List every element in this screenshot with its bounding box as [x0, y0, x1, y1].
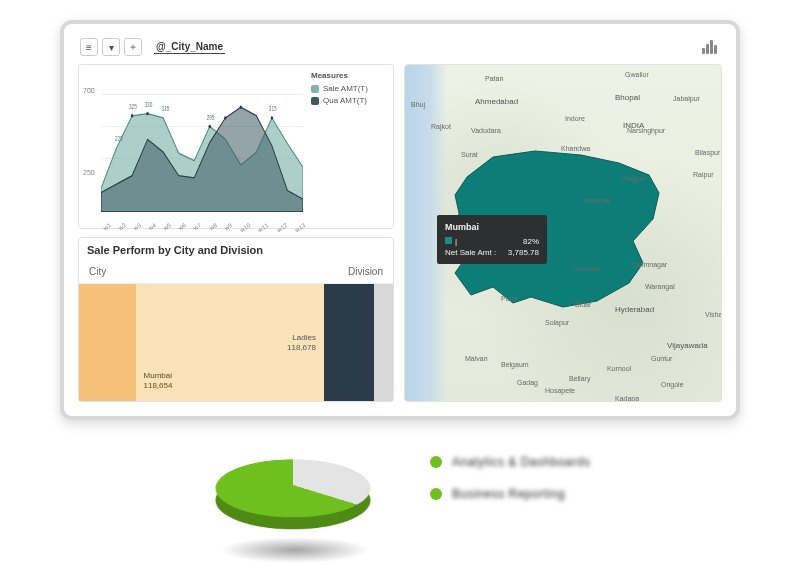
swatch-icon	[311, 97, 319, 105]
dashboard-monitor: ≡ ▾ ＋ @_City_Name 700 250	[60, 20, 740, 420]
x-axis: w1w2w3w4w5w6w7w8w9w10w11w12w13	[101, 222, 303, 228]
svg-text:315: 315	[269, 106, 277, 113]
map-city-label: Solapur	[545, 319, 569, 326]
svg-text:325: 325	[129, 104, 137, 111]
map-city-label: Bhuj	[411, 101, 425, 108]
swatch-icon	[445, 237, 452, 244]
y-tick: 250	[83, 168, 95, 175]
top-toolbar: ≡ ▾ ＋ @_City_Name	[78, 34, 722, 60]
pie-legend-label: Business Reporting	[452, 487, 565, 501]
treemap-cell-label: Ladies 118,678	[287, 333, 316, 353]
area-chart[interactable]: 700 250	[87, 71, 305, 226]
treemap[interactable]: Mumbai 118,654 Ladies 118,678	[79, 284, 393, 401]
treemap-header: City Division	[79, 262, 393, 284]
map-panel[interactable]: PatanBhujAhmedabadVadodaraRajkotSuratMum…	[404, 64, 722, 402]
svg-text:315: 315	[162, 106, 170, 113]
svg-point-6	[209, 125, 211, 128]
svg-point-4	[131, 114, 133, 117]
map-city-label: Pune	[501, 295, 517, 302]
map-city-label: Vijayawada	[667, 341, 708, 350]
map-city-label: Nanded	[575, 265, 600, 272]
filter-icon[interactable]: ▾	[102, 38, 120, 56]
svg-point-7	[271, 116, 273, 119]
map-city-label: Khandwa	[561, 145, 590, 152]
area-chart-card: 700 250	[78, 64, 394, 229]
svg-text:330: 330	[145, 101, 153, 108]
map-city-label: Vishakhapatnam	[705, 311, 722, 318]
svg-text:225: 225	[115, 136, 123, 143]
map-city-label: Gwalior	[625, 71, 649, 78]
pie-legend-item: Business Reporting	[430, 487, 590, 501]
add-icon[interactable]: ＋	[124, 38, 142, 56]
menu-icon[interactable]: ≡	[80, 38, 98, 56]
map-city-label: Bhopal	[615, 93, 640, 102]
pie-legend-label: Analytics & Dashboards	[452, 455, 590, 469]
dot-icon	[430, 488, 442, 500]
map-city-label: Gadag	[517, 379, 538, 386]
map-city-label: Raipur	[693, 171, 714, 178]
map-city-label: Bidar	[575, 301, 591, 308]
performance-card: Sale Perform by City and Division City D…	[78, 237, 394, 402]
card-title: Sale Perform by City and Division	[79, 238, 393, 262]
map-city-label: Narsinghpur	[627, 127, 665, 134]
map-city-label: Nagpur	[623, 175, 646, 182]
pie-legend: Analytics & Dashboards Business Reportin…	[430, 455, 590, 519]
map-city-label: Rajkot	[431, 123, 451, 130]
map-city-label: Vadodara	[471, 127, 501, 134]
swatch-icon	[311, 85, 319, 93]
map-city-label: Guntur	[651, 355, 672, 362]
area-chart-legend: Measures Sale AMT(T) Qua AMT(T)	[305, 71, 385, 226]
legend-item[interactable]: Sale AMT(T)	[311, 84, 385, 93]
svg-point-5	[146, 112, 148, 115]
map-city-label: Ahmedabad	[475, 97, 518, 106]
legend-header: Measures	[311, 71, 385, 80]
svg-point-8	[224, 116, 226, 119]
treemap-cell[interactable]	[324, 284, 374, 401]
pie-chart	[210, 425, 380, 565]
map-city-label: Kurnool	[607, 365, 631, 372]
map-tooltip: Mumbai | 82% Net Sale Amt : 3,785.78	[437, 215, 547, 264]
map-city-label: Ongole	[661, 381, 684, 388]
pie-shadow	[220, 537, 370, 563]
map-city-label: Belgaum	[501, 361, 529, 368]
chart-icon[interactable]	[702, 40, 720, 54]
svg-text:295: 295	[207, 114, 215, 121]
map-city-label: Bilaspur	[695, 149, 720, 156]
treemap-cell[interactable]	[79, 284, 136, 401]
map-city-label: Hosapete	[545, 387, 575, 394]
treemap-cell-label: Mumbai 118,654	[144, 371, 173, 391]
legend-item[interactable]: Qua AMT(T)	[311, 96, 385, 105]
col-city: City	[89, 266, 106, 277]
map-city-label: Patan	[485, 75, 503, 82]
map-city-label: Karimnagar	[631, 261, 667, 268]
svg-point-9	[240, 106, 242, 109]
map-city-label: Amravati	[583, 197, 611, 204]
map-city-label: Hyderabad	[615, 305, 654, 314]
y-tick: 700	[83, 86, 95, 93]
pie-legend-item: Analytics & Dashboards	[430, 455, 590, 469]
dot-icon	[430, 456, 442, 468]
map-city-label: Kadapa	[615, 395, 639, 402]
tooltip-title: Mumbai	[445, 221, 539, 234]
map-city-label: Bellary	[569, 375, 590, 382]
page-title: @_City_Name	[154, 40, 225, 54]
col-division: Division	[348, 266, 383, 277]
map-city-label: Malvan	[465, 355, 488, 362]
map-city-label: Surat	[461, 151, 478, 158]
map-city-label: Warangal	[645, 283, 675, 290]
map-city-label: Indore	[565, 115, 585, 122]
treemap-cell[interactable]	[374, 284, 393, 401]
map-city-label: Jabalpur	[673, 95, 700, 102]
